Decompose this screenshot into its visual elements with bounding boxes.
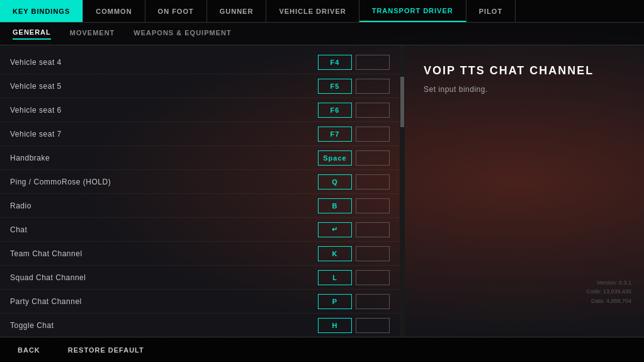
- binding-keys: F5: [318, 79, 390, 94]
- key-secondary[interactable]: [356, 318, 390, 333]
- key-secondary[interactable]: [356, 294, 390, 309]
- binding-label: Radio: [10, 201, 318, 210]
- binding-label: Vehicle seat 6: [10, 106, 318, 115]
- key-primary[interactable]: B: [318, 198, 352, 213]
- key-secondary[interactable]: [356, 222, 390, 237]
- tab-key-bindings[interactable]: KEY BINDINGS: [0, 0, 83, 22]
- tab-gunner[interactable]: GUNNER: [207, 0, 267, 22]
- binding-keys: B: [318, 198, 390, 213]
- key-primary[interactable]: L: [318, 270, 352, 285]
- key-primary[interactable]: F6: [318, 103, 352, 118]
- subtab-movement[interactable]: MOVEMENT: [70, 29, 115, 39]
- key-primary[interactable]: K: [318, 246, 352, 261]
- key-primary[interactable]: F5: [318, 79, 352, 94]
- binding-row-team-chat[interactable]: Team Chat Channel K: [0, 242, 400, 266]
- key-primary[interactable]: Space: [318, 150, 352, 166]
- detail-title: VOIP TTS CHAT CHANNEL: [424, 64, 625, 77]
- binding-label: Vehicle seat 4: [10, 58, 318, 67]
- binding-keys: F7: [318, 127, 390, 142]
- binding-keys: Q: [318, 174, 390, 189]
- binding-label: Chat: [10, 225, 318, 234]
- binding-row-squad-chat[interactable]: Squad Chat Channel L: [0, 266, 400, 290]
- key-secondary[interactable]: [356, 103, 390, 118]
- binding-label: Party Chat Channel: [10, 297, 318, 306]
- key-primary[interactable]: F4: [318, 55, 352, 70]
- binding-label: Vehicle seat 7: [10, 130, 318, 139]
- binding-row-vehicle-seat-7[interactable]: Vehicle seat 7 F7: [0, 122, 400, 146]
- binding-keys: H: [318, 318, 390, 333]
- binding-keys: F6: [318, 103, 390, 118]
- key-primary[interactable]: F7: [318, 127, 352, 142]
- subtab-general[interactable]: GENERAL: [13, 28, 51, 40]
- binding-label: Handbrake: [10, 154, 318, 162]
- key-primary[interactable]: Q: [318, 174, 352, 189]
- binding-row-chat[interactable]: Chat ↵: [0, 218, 400, 242]
- tab-on-foot[interactable]: ON FOOT: [145, 0, 207, 22]
- key-secondary[interactable]: [356, 55, 390, 70]
- scrollbar-track[interactable]: [400, 45, 405, 337]
- key-secondary[interactable]: [356, 174, 390, 189]
- key-secondary[interactable]: [356, 127, 390, 142]
- left-panel: Vehicle seat 4 F4 Vehicle seat 5 F5: [0, 45, 400, 337]
- top-nav: KEY BINDINGS COMMON ON FOOT GUNNER VEHIC…: [0, 0, 644, 23]
- binding-label: Team Chat Channel: [10, 249, 318, 258]
- binding-row-ping[interactable]: Ping / CommoRose (HOLD) Q: [0, 170, 400, 194]
- binding-label: Ping / CommoRose (HOLD): [10, 178, 318, 186]
- tab-transport-driver[interactable]: TRANSPORT DRIVER: [359, 0, 466, 22]
- key-secondary[interactable]: [356, 198, 390, 213]
- detail-description: Set input binding.: [424, 85, 625, 94]
- version-line2: Code: 13,039,435: [586, 287, 631, 296]
- tab-pilot[interactable]: PILOT: [466, 0, 516, 22]
- subtab-weapons-equipment[interactable]: WEAPONS & EQUIPMENT: [133, 29, 231, 39]
- binding-row-vehicle-seat-6[interactable]: Vehicle seat 6 F6: [0, 98, 400, 122]
- binding-row-vehicle-seat-4[interactable]: Vehicle seat 4 F4: [0, 50, 400, 74]
- version-line1: Version: 0.3.1: [586, 278, 631, 287]
- scrollbar-thumb[interactable]: [400, 77, 404, 127]
- key-secondary[interactable]: [356, 270, 390, 285]
- binding-row-vehicle-seat-5[interactable]: Vehicle seat 5 F5: [0, 74, 400, 98]
- binding-row-handbrake[interactable]: Handbrake Space: [0, 146, 400, 170]
- binding-keys: Space: [318, 150, 390, 166]
- key-secondary[interactable]: [356, 150, 390, 166]
- key-secondary[interactable]: [356, 246, 390, 261]
- bottom-bar: BACK RESTORE DEFAULT: [0, 337, 644, 362]
- binding-label: Squad Chat Channel: [10, 273, 318, 282]
- key-primary[interactable]: ↵: [318, 222, 352, 237]
- version-line3: Data: 4,888,704: [586, 297, 631, 305]
- tab-vehicle-driver[interactable]: VEHICLE DRIVER: [266, 0, 359, 22]
- binding-label: Vehicle seat 5: [10, 82, 318, 91]
- binding-row-radio[interactable]: Radio B: [0, 194, 400, 218]
- version-info: Version: 0.3.1 Code: 13,039,435 Data: 4,…: [586, 278, 631, 305]
- binding-keys: F4: [318, 55, 390, 70]
- right-panel: VOIP TTS CHAT CHANNEL Set input binding.…: [405, 45, 644, 337]
- tab-common[interactable]: COMMON: [83, 0, 145, 22]
- content-area: Vehicle seat 4 F4 Vehicle seat 5 F5: [0, 45, 644, 337]
- key-primary[interactable]: H: [318, 318, 352, 333]
- binding-keys: ↵: [318, 222, 390, 237]
- binding-keys: P: [318, 294, 390, 309]
- back-button[interactable]: BACK: [10, 342, 48, 358]
- binding-keys: L: [318, 270, 390, 285]
- key-secondary[interactable]: [356, 79, 390, 94]
- binding-label: Toggle Chat: [10, 321, 318, 330]
- key-primary[interactable]: P: [318, 294, 352, 309]
- restore-default-button[interactable]: RESTORE DEFAULT: [60, 342, 152, 358]
- binding-row-toggle-chat[interactable]: Toggle Chat H: [0, 314, 400, 337]
- sub-nav: GENERAL MOVEMENT WEAPONS & EQUIPMENT: [0, 23, 644, 45]
- bindings-list[interactable]: Vehicle seat 4 F4 Vehicle seat 5 F5: [0, 45, 400, 337]
- binding-keys: K: [318, 246, 390, 261]
- binding-row-party-chat[interactable]: Party Chat Channel P: [0, 290, 400, 314]
